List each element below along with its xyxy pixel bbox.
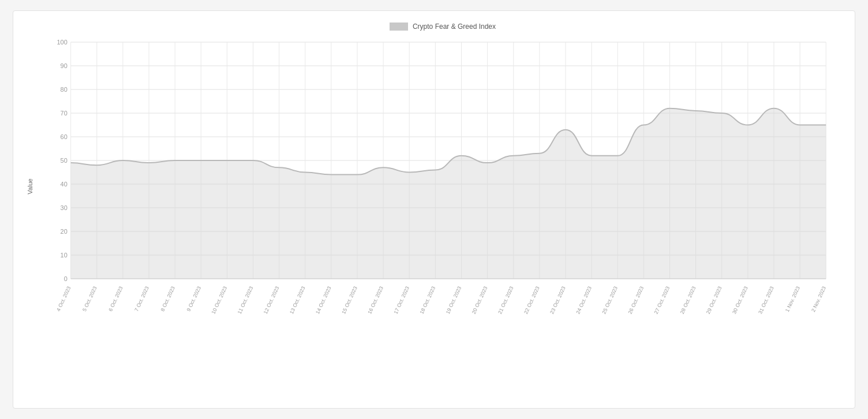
svg-text:7 Oct. 2023: 7 Oct. 2023	[133, 286, 150, 312]
svg-text:16 Oct. 2023: 16 Oct. 2023	[366, 286, 384, 315]
svg-text:26 Oct. 2023: 26 Oct. 2023	[627, 286, 645, 315]
chart-container: Crypto Fear & Greed Index Value 01020304…	[13, 10, 855, 409]
svg-text:60: 60	[61, 133, 68, 140]
svg-text:9 Oct. 2023: 9 Oct. 2023	[186, 286, 203, 312]
svg-text:29 Oct. 2023: 29 Oct. 2023	[705, 286, 723, 315]
svg-text:13 Oct. 2023: 13 Oct. 2023	[289, 286, 306, 315]
svg-text:25 Oct. 2023: 25 Oct. 2023	[601, 286, 619, 315]
svg-text:19 Oct. 2023: 19 Oct. 2023	[445, 286, 463, 315]
svg-text:10 Oct. 2023: 10 Oct. 2023	[211, 286, 229, 315]
chart-legend: Crypto Fear & Greed Index	[48, 23, 837, 31]
svg-text:15 Oct. 2023: 15 Oct. 2023	[341, 286, 358, 315]
svg-text:24 Oct. 2023: 24 Oct. 2023	[575, 286, 593, 315]
svg-text:17 Oct. 2023: 17 Oct. 2023	[392, 286, 410, 315]
svg-text:21 Oct. 2023: 21 Oct. 2023	[497, 286, 515, 315]
svg-text:90: 90	[61, 62, 68, 69]
svg-text:30: 30	[61, 204, 68, 211]
svg-text:30 Oct. 2023: 30 Oct. 2023	[731, 286, 749, 315]
svg-text:14 Oct. 2023: 14 Oct. 2023	[315, 286, 332, 315]
y-axis-label: Value	[27, 178, 33, 194]
svg-text:4 Oct. 2023: 4 Oct. 2023	[55, 286, 72, 312]
legend-color-box	[390, 23, 408, 31]
chart-svg: 01020304050607080901004 Oct. 20235 Oct. …	[48, 36, 837, 336]
legend-label: Crypto Fear & Greed Index	[413, 23, 496, 31]
chart-area: Value 01020304050607080901004 Oct. 20235…	[48, 36, 837, 336]
svg-text:18 Oct. 2023: 18 Oct. 2023	[419, 286, 437, 315]
svg-text:20: 20	[61, 228, 68, 235]
svg-text:20 Oct. 2023: 20 Oct. 2023	[471, 286, 489, 315]
svg-text:22 Oct. 2023: 22 Oct. 2023	[523, 286, 541, 315]
svg-text:6 Oct. 2023: 6 Oct. 2023	[107, 286, 124, 312]
svg-text:8 Oct. 2023: 8 Oct. 2023	[159, 286, 176, 312]
svg-text:28 Oct. 2023: 28 Oct. 2023	[679, 286, 697, 315]
svg-text:2 Nov. 2023: 2 Nov. 2023	[810, 286, 827, 313]
svg-text:31 Oct. 2023: 31 Oct. 2023	[757, 286, 775, 315]
svg-text:50: 50	[61, 157, 68, 164]
svg-text:11 Oct. 2023: 11 Oct. 2023	[237, 286, 255, 315]
svg-text:27 Oct. 2023: 27 Oct. 2023	[653, 286, 671, 315]
svg-text:23 Oct. 2023: 23 Oct. 2023	[549, 286, 567, 315]
svg-text:100: 100	[57, 39, 68, 46]
svg-text:10: 10	[61, 252, 68, 259]
svg-text:40: 40	[61, 181, 68, 188]
svg-text:5 Oct. 2023: 5 Oct. 2023	[81, 286, 98, 312]
svg-text:0: 0	[64, 275, 68, 282]
svg-text:12 Oct. 2023: 12 Oct. 2023	[263, 286, 280, 315]
svg-text:80: 80	[61, 86, 68, 93]
svg-text:1 Nov. 2023: 1 Nov. 2023	[784, 286, 801, 313]
svg-text:70: 70	[61, 110, 68, 117]
